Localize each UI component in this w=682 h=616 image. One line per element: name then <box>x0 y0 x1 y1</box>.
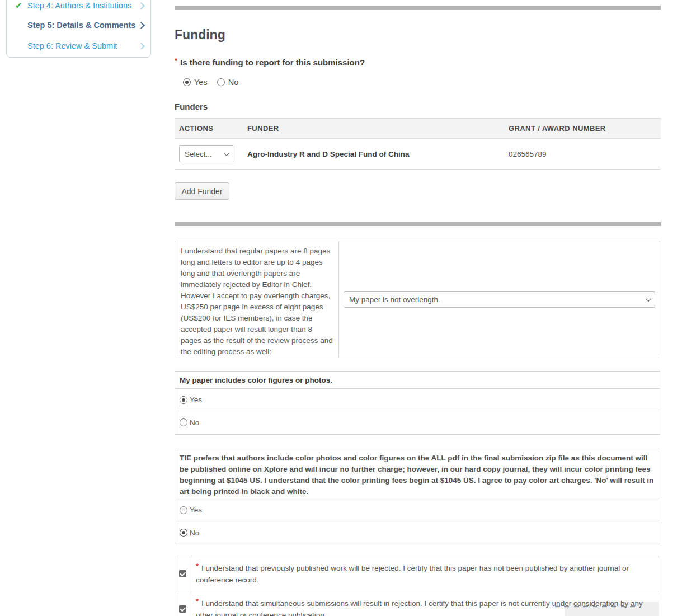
column-header-actions: ACTIONS <box>175 124 243 133</box>
previously-published-checkbox[interactable] <box>179 570 186 577</box>
sidebar-item-step-6[interactable]: Step 6: Review & Submit <box>15 39 144 53</box>
grant-award-number: 026565789 <box>504 150 661 158</box>
column-header-funder: FUNDER <box>243 124 504 133</box>
funding-section-title: Funding <box>175 27 225 43</box>
color-figures-yes-radio[interactable] <box>180 396 187 404</box>
section-divider <box>175 222 661 226</box>
color-charges-no-option[interactable]: No <box>175 521 660 544</box>
overlength-select[interactable]: My paper is not overlength. <box>344 291 655 308</box>
add-funder-button[interactable]: Add Funder <box>175 182 229 200</box>
step-6-label: Step 6: Review & Submit <box>27 41 117 50</box>
color-figures-no-option[interactable]: No <box>175 411 660 434</box>
submission-steps-card: Step 4: Authors & Institutions Step 5: D… <box>6 0 151 58</box>
required-asterisk: * <box>196 597 199 605</box>
color-figures-no-label: No <box>190 418 199 427</box>
table-row: Select... Agro-Industry R and D Special … <box>175 139 661 170</box>
certification-row-previously-published: *I understand that previously published … <box>175 556 659 591</box>
funder-name: Agro-Industry R and D Special Fund of Ch… <box>243 150 504 158</box>
color-charges-no-label: No <box>190 529 199 537</box>
section-divider <box>175 6 661 10</box>
funders-heading: Funders <box>175 102 208 111</box>
funding-radio-group: Yes No <box>183 78 238 87</box>
chevron-right-icon <box>138 22 145 29</box>
chevron-right-icon <box>138 2 145 10</box>
funding-question: *Is there funding to report for this sub… <box>175 57 365 67</box>
column-header-grant-number: GRANT / AWARD NUMBER <box>504 124 661 133</box>
certification-text: I understand that previously published w… <box>196 564 629 584</box>
chevron-down-icon <box>646 296 651 302</box>
color-figures-no-radio[interactable] <box>180 418 187 426</box>
step-5-label: Step 5: Details & Comments <box>27 21 135 30</box>
overlength-statement: I understand that regular papers are 8 p… <box>175 241 339 358</box>
funding-no-option[interactable]: No <box>217 78 239 87</box>
actions-select-value: Select... <box>185 150 212 158</box>
funding-no-radio[interactable] <box>217 78 225 86</box>
funding-yes-radio[interactable] <box>183 78 191 86</box>
color-figures-yes-option[interactable]: Yes <box>175 389 660 411</box>
color-charges-no-radio[interactable] <box>180 529 187 537</box>
tooltip-overlay-artifact <box>565 602 659 616</box>
chevron-right-icon <box>138 43 145 50</box>
certification-text: I understand that simultaneous submissio… <box>201 599 552 608</box>
funding-yes-label: Yes <box>194 78 208 87</box>
simultaneous-submission-checkbox[interactable] <box>179 605 186 613</box>
color-charges-yes-label: Yes <box>190 506 202 514</box>
funders-table: ACTIONS FUNDER GRANT / AWARD NUMBER Sele… <box>175 118 661 170</box>
overlength-select-value: My paper is not overlength. <box>349 295 440 304</box>
color-figures-question: My paper includes color figures or photo… <box>175 372 660 389</box>
color-charges-yes-option[interactable]: Yes <box>175 499 660 521</box>
color-charges-statement: TIE prefers that authors include color p… <box>175 448 660 499</box>
funding-no-label: No <box>228 78 239 87</box>
color-charges-block: TIE prefers that authors include color p… <box>175 448 660 544</box>
required-asterisk: * <box>175 57 177 65</box>
overlength-agreement-block: I understand that regular papers are 8 p… <box>175 241 660 358</box>
sidebar-item-step-4[interactable]: Step 4: Authors & Institutions <box>15 0 144 12</box>
step-4-label: Step 4: Authors & Institutions <box>27 1 131 10</box>
color-figures-block: My paper includes color figures or photo… <box>175 371 660 435</box>
color-charges-yes-radio[interactable] <box>180 506 187 514</box>
actions-select[interactable]: Select... <box>179 145 233 162</box>
submission-details-page: Step 4: Authors & Institutions Step 5: D… <box>0 0 682 616</box>
sidebar-item-step-5[interactable]: Step 5: Details & Comments <box>15 18 144 32</box>
funding-yes-option[interactable]: Yes <box>183 78 208 87</box>
required-asterisk: * <box>196 562 199 570</box>
color-figures-yes-label: Yes <box>190 396 202 404</box>
step-complete-check-icon <box>15 1 22 11</box>
funders-table-header: ACTIONS FUNDER GRANT / AWARD NUMBER <box>175 118 661 139</box>
chevron-down-icon <box>224 151 229 156</box>
funding-question-text: Is there funding to report for this subm… <box>180 58 365 67</box>
